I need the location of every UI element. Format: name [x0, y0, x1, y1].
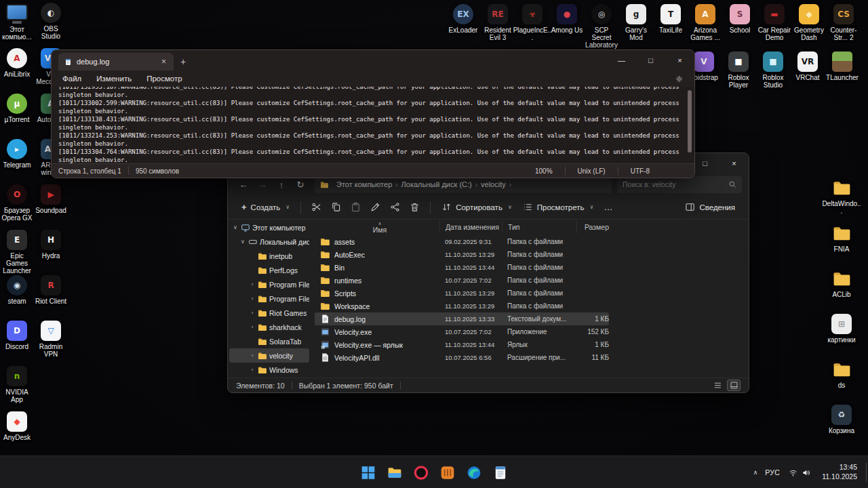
- desktop-icon[interactable]: ☣ PlagueIncE...: [515, 4, 549, 49]
- file-row[interactable]: Velocity.exe — ярлык 11.10.2025 13:44 Яр…: [315, 338, 609, 351]
- tree-item[interactable]: › Windows: [229, 363, 309, 377]
- minimize-button[interactable]: —: [607, 50, 636, 70]
- create-new-button[interactable]: + Создать ∨: [236, 199, 295, 215]
- tree-item[interactable]: › velocity: [229, 348, 309, 363]
- new-tab-button[interactable]: +: [174, 53, 193, 70]
- file-row[interactable]: Workspace 11.10.2025 13:29 Папка с файла…: [315, 300, 609, 312]
- tree-item[interactable]: › Program Files: [229, 277, 309, 291]
- view-button[interactable]: Просмотреть ∨: [517, 199, 599, 216]
- menu-item[interactable]: Просмотр: [140, 73, 189, 85]
- desktop-icon[interactable]: O Браузер Opera GX: [0, 184, 34, 228]
- column-header-name[interactable]: ∧ Имя: [320, 221, 439, 233]
- hidden-icons-button[interactable]: ∧: [752, 466, 760, 479]
- clock[interactable]: 13:45 11.10.2025: [819, 462, 860, 483]
- desktop-icon[interactable]: ◎ SCP Secret Laboratory: [585, 4, 618, 49]
- desktop-icon[interactable]: ACLib: [825, 268, 859, 312]
- file-row[interactable]: Scripts 11.10.2025 13:29 Папка с файлами: [315, 287, 609, 300]
- settings-button[interactable]: [675, 75, 684, 83]
- desktop-icon[interactable]: S School: [723, 4, 757, 49]
- breadcrumb-item[interactable]: Локальный диск (C:): [399, 180, 475, 189]
- more-options-button[interactable]: …: [599, 198, 617, 216]
- file-row[interactable]: VelocityAPI.dll 10.07.2025 6:56 Расширен…: [315, 351, 609, 364]
- desktop-icon[interactable]: RE Resident Evil 3: [481, 4, 515, 49]
- details-view-button[interactable]: [711, 380, 724, 391]
- tray-status-icons[interactable]: [786, 465, 813, 481]
- desktop-icon[interactable]: D Discord: [0, 321, 34, 364]
- desktop-icon[interactable]: ■ Roblox Studio: [756, 52, 790, 89]
- desktop-icon[interactable]: ◆ Geometry Dash: [792, 4, 826, 49]
- edge-taskbar-button[interactable]: [462, 461, 486, 484]
- desktop-icon[interactable]: T TaxiLife: [654, 4, 688, 49]
- notepad-titlebar[interactable]: debug.log × + — □ ×: [52, 50, 694, 70]
- details-pane-button[interactable]: Сведения: [679, 199, 741, 216]
- notepad-tab[interactable]: debug.log ×: [58, 53, 174, 70]
- desktop-icon[interactable]: ▬ Car Repair Demo: [757, 4, 791, 49]
- tree-item[interactable]: › Program Files (x8: [229, 291, 309, 306]
- menu-item[interactable]: Файл: [56, 73, 88, 85]
- desktop-icon[interactable]: A AniLibrix: [0, 48, 34, 92]
- share-button[interactable]: [385, 198, 405, 216]
- file-row[interactable]: Velocity.exe 10.07.2025 7:02 Приложение …: [315, 325, 609, 338]
- desktop-icon[interactable]: TLauncher: [825, 52, 859, 89]
- tree-expander-icon[interactable]: ›: [249, 310, 256, 316]
- vertical-scrollbar[interactable]: [686, 88, 693, 162]
- tree-item[interactable]: › Riot Games: [229, 306, 309, 320]
- desktop-icon[interactable]: A Arizona Games ...: [688, 4, 722, 49]
- desktop-icon[interactable]: ● Among Us: [550, 4, 584, 49]
- tree-item[interactable]: ∨ Локальный диск (C:: [229, 235, 309, 249]
- desktop-icon[interactable]: ▽ Radmin VPN: [34, 321, 68, 364]
- tree-expander-icon[interactable]: ›: [249, 324, 256, 330]
- large-icons-view-button[interactable]: [727, 380, 741, 391]
- close-button[interactable]: ×: [719, 153, 749, 174]
- breadcrumb-item[interactable]: velocity: [478, 180, 509, 189]
- tab-close-button[interactable]: ×: [160, 57, 167, 66]
- file-row[interactable]: debug.log 11.10.2025 13:33 Текстовый док…: [315, 312, 609, 325]
- desktop-icon[interactable]: R Riot Client: [34, 275, 68, 319]
- orange-app-taskbar-button[interactable]: [436, 461, 459, 484]
- tree-item[interactable]: inetpub: [229, 249, 309, 263]
- file-row[interactable]: assets 09.02.2025 9:31 Папка с файлами: [315, 235, 609, 248]
- desktop-icon[interactable]: ▶ Soundpad: [34, 184, 68, 228]
- desktop-icon[interactable]: H Hydra: [34, 230, 68, 273]
- menu-item[interactable]: Изменить: [90, 73, 138, 85]
- desktop-icon[interactable]: FNIA: [825, 223, 859, 266]
- tree-expander-icon[interactable]: ∨: [232, 224, 239, 230]
- tree-item[interactable]: › sharkhack: [229, 320, 309, 334]
- column-header-size[interactable]: Размер: [576, 221, 609, 233]
- cut-button[interactable]: [307, 198, 326, 216]
- desktop-icon[interactable]: ds: [825, 359, 859, 403]
- maximize-button[interactable]: □: [636, 50, 665, 70]
- close-button[interactable]: ×: [665, 50, 694, 70]
- search-input[interactable]: [623, 180, 724, 188]
- desktop-icon[interactable]: Этот компью...: [0, 3, 34, 46]
- tree-expander-icon[interactable]: ›: [249, 281, 256, 287]
- desktop-icon[interactable]: ◆ AnyDesk: [0, 411, 34, 455]
- desktop-icon[interactable]: n NVIDIA App: [0, 366, 34, 409]
- desktop-icon[interactable]: ◉ steam: [0, 275, 34, 319]
- desktop-icon[interactable]: VR VRChat: [791, 52, 825, 89]
- breadcrumb-item[interactable]: Этот компьютер: [334, 180, 395, 189]
- opera-gx-taskbar-button[interactable]: [410, 461, 433, 484]
- text-editor[interactable]: [1011/132953.187:WARNING:resource_util.c…: [52, 87, 694, 163]
- notepad-taskbar-button[interactable]: [489, 461, 512, 484]
- tree-expander-icon[interactable]: ›: [249, 367, 256, 373]
- desktop-icon[interactable]: CS Counter-Str... 2: [827, 4, 861, 49]
- rename-button[interactable]: [366, 198, 385, 216]
- language-indicator[interactable]: РУС: [765, 468, 780, 476]
- line-ending[interactable]: Unix (LF): [572, 167, 611, 175]
- desktop-icon[interactable]: g Garry's Mod: [619, 4, 653, 49]
- desktop-icon[interactable]: EX ExLoader: [446, 4, 480, 49]
- desktop-icon[interactable]: ■ Roblox Player: [722, 52, 755, 89]
- tree-item[interactable]: ∨ Этот компьютер: [229, 220, 309, 235]
- file-row[interactable]: runtimes 10.07.2025 7:02 Папка с файлами: [315, 274, 609, 287]
- address-bar[interactable]: Этот компьютер › Локальный диск (C:) › v…: [315, 176, 612, 193]
- desktop-icon[interactable]: ▸ Telegram: [0, 139, 34, 182]
- desktop-icon[interactable]: ⊞ картинки: [825, 314, 859, 357]
- zoom-level[interactable]: 100%: [530, 167, 558, 175]
- copy-button[interactable]: [326, 198, 346, 216]
- desktop-icon[interactable]: ♻ Корзина: [825, 405, 859, 448]
- file-row[interactable]: AutoExec 11.10.2025 13:29 Папка с файлам…: [315, 248, 609, 261]
- column-header-date[interactable]: Дата изменения: [439, 221, 502, 233]
- encoding[interactable]: UTF-8: [625, 167, 655, 175]
- tree-item[interactable]: PerfLogs: [229, 263, 309, 277]
